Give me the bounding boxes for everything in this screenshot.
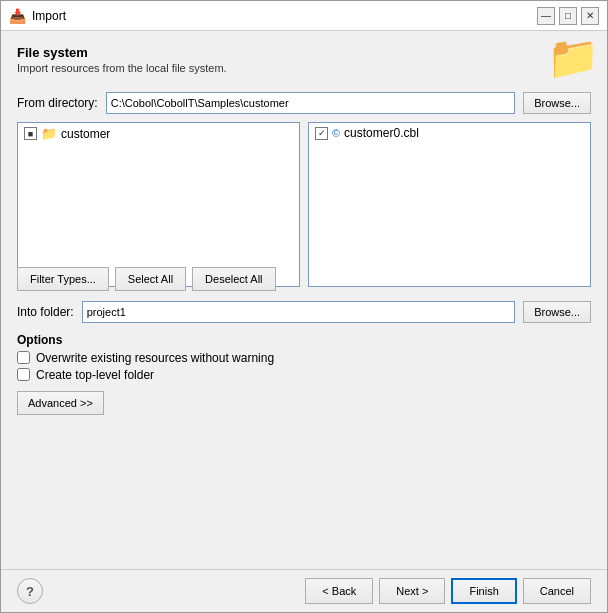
top-level-label: Create top-level folder bbox=[36, 368, 154, 382]
overwrite-label: Overwrite existing resources without war… bbox=[36, 351, 274, 365]
finish-button[interactable]: Finish bbox=[451, 578, 516, 604]
left-item-folder-icon: 📁 bbox=[41, 126, 57, 141]
top-level-checkbox[interactable] bbox=[17, 368, 30, 381]
cancel-button[interactable]: Cancel bbox=[523, 578, 591, 604]
left-item-checkbox[interactable]: ■ bbox=[24, 127, 37, 140]
into-folder-browse-button[interactable]: Browse... bbox=[523, 301, 591, 323]
advanced-button[interactable]: Advanced >> bbox=[17, 391, 104, 415]
section-title: File system bbox=[17, 45, 591, 60]
from-dir-browse-button[interactable]: Browse... bbox=[523, 92, 591, 114]
right-panel: ✓ © customer0.cbl bbox=[308, 122, 591, 287]
back-button[interactable]: < Back bbox=[305, 578, 373, 604]
close-button[interactable]: ✕ bbox=[581, 7, 599, 25]
right-panel-item[interactable]: ✓ © customer0.cbl bbox=[309, 123, 590, 143]
window-icon: 📥 bbox=[9, 8, 26, 24]
filter-types-button[interactable]: Filter Types... bbox=[17, 267, 109, 291]
overwrite-checkbox[interactable] bbox=[17, 351, 30, 364]
title-bar: 📥 Import — □ ✕ bbox=[1, 1, 607, 31]
next-button[interactable]: Next > bbox=[379, 578, 445, 604]
left-panel: ■ 📁 customer bbox=[17, 122, 300, 287]
deselect-all-button[interactable]: Deselect All bbox=[192, 267, 275, 291]
select-all-button[interactable]: Select All bbox=[115, 267, 186, 291]
folder-large-icon: 📁 bbox=[547, 37, 599, 79]
import-dialog: 📥 Import — □ ✕ File system Import resour… bbox=[0, 0, 608, 613]
bottom-bar: ? < Back Next > Finish Cancel bbox=[1, 569, 607, 612]
into-folder-label: Into folder: bbox=[17, 305, 74, 319]
from-dir-input[interactable] bbox=[106, 92, 515, 114]
left-panel-item[interactable]: ■ 📁 customer bbox=[18, 123, 299, 144]
window-title: Import bbox=[32, 9, 66, 23]
help-button[interactable]: ? bbox=[17, 578, 43, 604]
right-item-file-icon: © bbox=[332, 127, 340, 139]
right-item-checkbox[interactable]: ✓ bbox=[315, 127, 328, 140]
section-desc: Import resources from the local file sys… bbox=[17, 62, 591, 74]
into-folder-input[interactable] bbox=[82, 301, 515, 323]
minimize-button[interactable]: — bbox=[537, 7, 555, 25]
right-item-label: customer0.cbl bbox=[344, 126, 419, 140]
window-controls: — □ ✕ bbox=[537, 7, 599, 25]
from-dir-label: From directory: bbox=[17, 96, 98, 110]
left-item-label: customer bbox=[61, 127, 110, 141]
maximize-button[interactable]: □ bbox=[559, 7, 577, 25]
options-title: Options bbox=[17, 333, 591, 347]
